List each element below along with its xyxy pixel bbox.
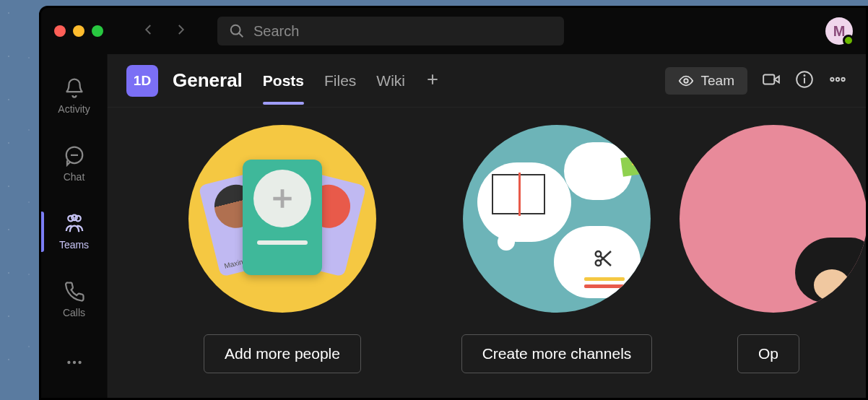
illustration-add-people: Maxine ly [188, 125, 376, 313]
forward-button[interactable] [174, 23, 187, 39]
search-input[interactable]: Search [217, 17, 564, 45]
search-icon [229, 23, 245, 39]
bell-icon [64, 77, 85, 99]
history-nav [142, 23, 187, 39]
titlebar: Search M [41, 8, 866, 54]
svg-point-6 [71, 215, 77, 221]
svg-point-19 [836, 77, 839, 80]
channel-header: 1D General Posts Files Wiki Team [108, 54, 866, 108]
teams-icon [64, 213, 85, 235]
rail-label: Calls [63, 307, 85, 318]
create-channels-button[interactable]: Create more channels [461, 334, 653, 373]
add-tab-button[interactable] [425, 72, 440, 90]
rail-teams[interactable]: Teams [41, 210, 107, 253]
search-placeholder: Search [253, 23, 299, 40]
window-controls [54, 25, 103, 37]
close-window-icon[interactable] [54, 25, 66, 37]
app-window: Search M Activity Chat Teams Calls [39, 6, 868, 400]
app-rail: Activity Chat Teams Calls [41, 54, 108, 398]
plus-icon [269, 185, 296, 212]
info-icon [795, 70, 814, 89]
zoom-window-icon[interactable] [92, 25, 103, 37]
svg-marker-14 [774, 76, 779, 82]
video-icon [762, 70, 781, 89]
profile-avatar[interactable]: M [825, 17, 853, 45]
svg-point-0 [231, 25, 240, 35]
svg-point-9 [78, 361, 81, 364]
presence-indicator [843, 35, 854, 46]
svg-point-12 [684, 79, 688, 83]
illustration-third [680, 125, 866, 313]
svg-rect-13 [763, 74, 774, 84]
minimize-window-icon[interactable] [73, 25, 84, 37]
rail-calls[interactable]: Calls [41, 278, 107, 321]
welcome-cards: Maxine ly Add more people [108, 108, 866, 398]
card-add-people: Maxine ly Add more people [174, 125, 391, 398]
channel-name: General [173, 69, 243, 92]
meet-button[interactable] [762, 70, 781, 92]
team-visibility-button[interactable]: Team [665, 67, 747, 95]
eye-icon [678, 73, 694, 89]
phone-icon [64, 281, 85, 303]
svg-point-18 [830, 77, 833, 80]
team-button-label: Team [701, 73, 734, 89]
back-button[interactable] [142, 23, 155, 39]
tab-posts[interactable]: Posts [263, 58, 304, 104]
rail-label: Teams [59, 239, 89, 251]
svg-point-17 [804, 75, 804, 76]
info-button[interactable] [795, 70, 814, 92]
team-badge[interactable]: 1D [126, 65, 158, 97]
rail-label: Chat [64, 171, 85, 183]
rail-label: Activity [58, 103, 90, 115]
illustration-create-channels [463, 125, 651, 313]
more-icon [828, 70, 847, 89]
svg-point-8 [72, 361, 75, 364]
rail-chat[interactable]: Chat [41, 142, 107, 186]
svg-point-7 [67, 361, 70, 364]
rail-more[interactable] [65, 353, 84, 375]
main-area: 1D General Posts Files Wiki Team [108, 54, 866, 398]
card-create-channels: Create more channels [448, 125, 665, 398]
more-icon [65, 353, 84, 372]
channel-tabs: Posts Files Wiki [263, 58, 440, 104]
tab-wiki[interactable]: Wiki [376, 58, 405, 104]
chat-icon [64, 145, 85, 167]
svg-line-1 [239, 33, 243, 38]
rail-activity[interactable]: Activity [41, 74, 107, 118]
tab-files[interactable]: Files [324, 58, 356, 104]
card-open-faq: Op [723, 125, 831, 398]
add-people-button[interactable]: Add more people [204, 334, 361, 373]
third-card-button[interactable]: Op [737, 334, 799, 373]
svg-point-20 [841, 77, 844, 80]
more-options-button[interactable] [828, 70, 847, 92]
